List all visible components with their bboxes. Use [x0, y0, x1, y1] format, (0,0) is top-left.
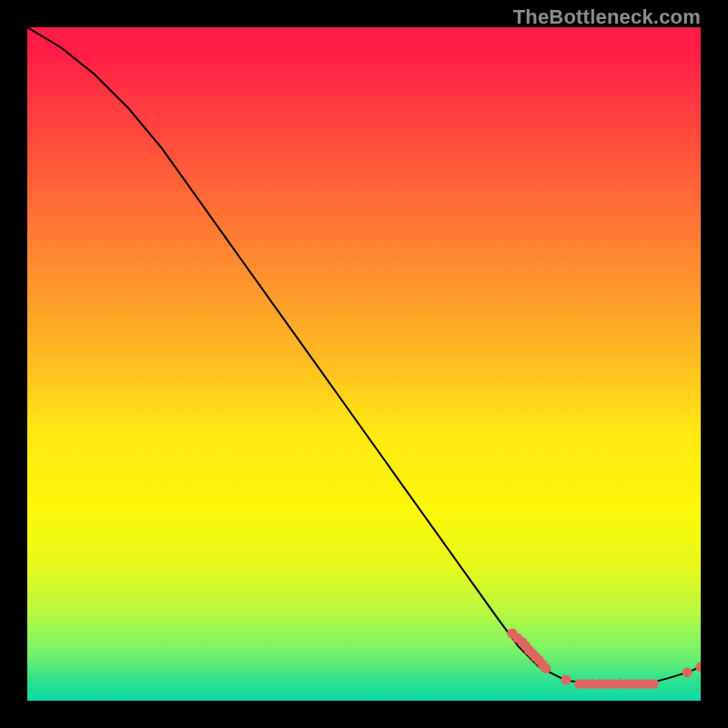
plot-area	[27, 27, 701, 701]
chart-overlay-svg	[27, 27, 701, 701]
watermark-text: TheBottleneck.com	[513, 5, 701, 29]
data-marker	[541, 663, 551, 673]
chart-stage: TheBottleneck.com	[0, 0, 728, 728]
data-marker	[561, 675, 571, 685]
data-marker	[649, 679, 659, 689]
data-marker	[696, 662, 702, 672]
bottleneck-curve	[27, 27, 701, 684]
scatter-markers	[507, 629, 701, 690]
data-marker	[682, 667, 693, 677]
